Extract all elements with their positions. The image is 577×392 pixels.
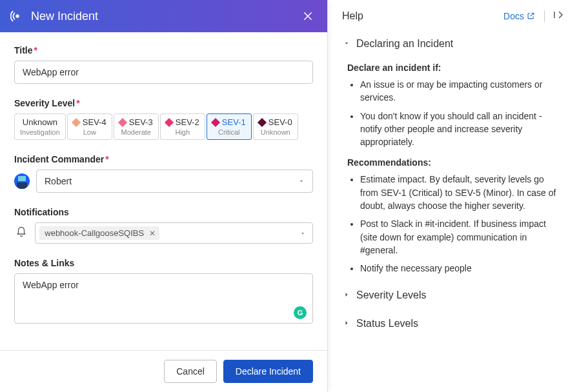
accordion-title: Status Levels [356, 318, 418, 329]
diamond-icon [165, 118, 174, 127]
notifications-field-group: Notifications webhook-CallgooseSQIBS ✕ [14, 207, 313, 244]
declare-incident-button[interactable]: Declare Incident [223, 360, 313, 383]
recommendations-list: Estimate impact. By default, severity le… [360, 173, 563, 275]
severity-option-sev-1[interactable]: SEV-1Critical [207, 113, 252, 140]
help-title: Help [342, 10, 503, 22]
cancel-button[interactable]: Cancel [164, 360, 217, 383]
severity-desc: High [166, 128, 199, 136]
accordion-title: Declaring an Incident [356, 38, 453, 50]
severity-desc: Unknown [259, 128, 292, 136]
title-input[interactable] [14, 61, 313, 84]
required-marker: * [105, 154, 108, 164]
close-button[interactable] [299, 7, 317, 25]
help-header: Help Docs [328, 0, 577, 32]
svg-point-0 [15, 14, 19, 18]
bell-icon [14, 226, 28, 240]
list-item: You don't know if you should call an inc… [360, 110, 563, 149]
accordion-declaring: Declaring an Incident Declare an inciden… [342, 35, 563, 275]
severity-name: SEV-3 [129, 118, 153, 127]
avatar [14, 173, 30, 189]
list-item: Post to Slack in #it-incident. If busine… [360, 217, 563, 257]
accordion-title: Severity Levels [356, 289, 427, 301]
severity-option-unknown[interactable]: UnknownInvestigation [14, 113, 66, 140]
form-body: Title* Severity Level* UnknownInvestigat… [0, 32, 327, 350]
accordion-header-severity[interactable]: Severity Levels [342, 287, 563, 304]
severity-name: Unknown [23, 118, 57, 127]
chevron-right-icon [342, 289, 351, 301]
remove-tag-button[interactable]: ✕ [148, 229, 157, 238]
severity-option-sev-0[interactable]: SEV-0Unknown [253, 113, 298, 140]
list-item: Estimate impact. By default, severity le… [360, 173, 563, 212]
declare-heading: Declare an incident if: [347, 63, 563, 73]
severity-option-row: UnknownInvestigationSEV-4LowSEV-3Moderat… [14, 113, 313, 140]
notifications-row: webhook-CallgooseSQIBS ✕ [14, 222, 313, 244]
required-marker: * [76, 98, 79, 108]
notification-tag: webhook-CallgooseSQIBS ✕ [39, 226, 159, 240]
modal-title: New Incident [31, 10, 299, 23]
list-item: Notify the necessary people [360, 262, 563, 275]
docs-link-label: Docs [503, 11, 524, 21]
notes-field-group: Notes & Links G [14, 258, 313, 326]
accordion-header-declaring[interactable]: Declaring an Incident [342, 35, 563, 52]
chevron-down-icon [299, 228, 306, 239]
accordion-header-status[interactable]: Status Levels [342, 315, 563, 332]
list-item: An issue is or may be impacting customer… [360, 78, 563, 104]
accordion-severity: Severity Levels [342, 287, 563, 304]
severity-option-sev-2[interactable]: SEV-2High [160, 113, 205, 140]
severity-desc: Critical [212, 128, 246, 136]
severity-label: Severity Level* [14, 98, 313, 108]
commander-value: Robert [45, 176, 72, 186]
severity-name: SEV-4 [83, 118, 106, 127]
severity-desc: Investigation [20, 128, 60, 136]
commander-label: Incident Commander* [14, 154, 313, 164]
modal-header: New Incident [0, 0, 327, 32]
required-marker: * [34, 45, 37, 55]
declare-list: An issue is or may be impacting customer… [360, 78, 563, 148]
broadcast-icon [10, 9, 25, 23]
notes-label: Notes & Links [14, 258, 313, 268]
severity-name: SEV-1 [222, 118, 246, 127]
help-body: Declaring an Incident Declare an inciden… [328, 32, 577, 357]
diamond-icon [118, 118, 127, 127]
divider [544, 10, 545, 22]
title-field-group: Title* [14, 45, 313, 84]
collapse-panel-button[interactable] [552, 9, 564, 23]
notification-tag-label: webhook-CallgooseSQIBS [45, 228, 144, 238]
docs-link[interactable]: Docs [503, 11, 535, 21]
severity-desc: Low [73, 128, 106, 136]
external-link-icon [527, 12, 535, 20]
help-panel: Help Docs Declaring an Incident Declare … [328, 0, 577, 392]
accordion-status: Status Levels [342, 315, 563, 332]
commander-row: Robert [14, 170, 313, 193]
severity-name: SEV-0 [268, 118, 292, 127]
notifications-label: Notifications [14, 207, 313, 217]
commander-select[interactable]: Robert [36, 170, 313, 193]
chevron-right-icon [342, 318, 351, 329]
severity-label-text: Severity Level [14, 98, 75, 108]
commander-label-text: Incident Commander [14, 154, 104, 164]
diamond-icon [211, 118, 220, 127]
notifications-select[interactable]: webhook-CallgooseSQIBS ✕ [35, 222, 313, 244]
accordion-content-declaring: Declare an incident if: An issue is or m… [342, 52, 563, 275]
severity-desc: Moderate [119, 128, 153, 136]
notes-textarea[interactable] [14, 273, 313, 324]
incident-form-panel: New Incident Title* Severity Level* Unkn… [0, 0, 328, 392]
recommendations-heading: Recommendations: [347, 157, 563, 168]
diamond-icon [258, 118, 267, 127]
diamond-icon [72, 118, 81, 127]
commander-field-group: Incident Commander* Robert [14, 154, 313, 193]
severity-option-sev-4[interactable]: SEV-4Low [67, 113, 112, 140]
title-label-text: Title [14, 45, 33, 55]
chevron-down-icon [298, 176, 305, 186]
severity-field-group: Severity Level* UnknownInvestigationSEV-… [14, 98, 313, 140]
title-label: Title* [14, 45, 313, 55]
severity-name: SEV-2 [176, 118, 199, 127]
severity-option-sev-3[interactable]: SEV-3Moderate [114, 113, 159, 140]
chevron-down-icon [342, 38, 351, 50]
form-footer: Cancel Declare Incident [0, 350, 327, 392]
